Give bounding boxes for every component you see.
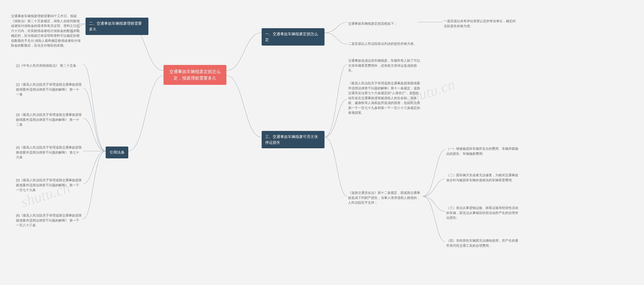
leaf-ref-3: [3]《最高人民法院关于审理道路交通事故损害赔偿案件适用法律若干问题的解释》 第… [15,111,83,129]
leaf-ref-4: [4]《最高人民法院关于审理道路交通事故损害赔偿案件适用法律若干问题的解释》 第… [15,144,83,161]
leaf-section3-p3: 《道路交通安全法》第十二条规定，因道路交通事故造成下列财产损失，当事人请求侵权人… [347,189,423,207]
leaf-ref-6: [6]《最高人民法院关于审理道路交通事故损害赔偿案件适用法律若干问题的解释》 第… [15,211,83,229]
leaf-section2-body: 交通事故车辆报废理赔需要60个工作日。根据《保险法》第二十五条规定，保险人自收到… [10,12,83,50]
branch-section-1: 一、交通事故车辆报废定损怎么定 [262,28,325,46]
leaf-section1-sub2: 二是应该以人民法院依法判决的损失价格为准。 [347,40,423,48]
leaf-section3-p3d: （四）非经营性车辆因无法继续使用，所产生的通常替代性交通工具的合理费用。 [445,237,521,250]
branch-section-2: 二、交通事故车辆报废理赔需要多久 [86,18,148,35]
leaf-ref-2: [2]《最高人民法院关于审理道路交通事故损害赔偿案件适用法律若干问题的解释》 第… [15,81,83,98]
leaf-section3-p2: 《最高人民法院关于审理道路交通事故损害赔偿案件适用法律若干问题的解释》第十一条规… [347,79,423,117]
leaf-ref-1: [1]《中华人民共和国保险法》 第二十五条 [15,62,83,70]
leaf-ref-5: [5]《最高人民法院关于审理道路交通事故损害赔偿案件适用法律若干问题的解释》 第… [15,176,83,194]
root-node: 交通事故车辆报废定损怎么定，报废理赔需要多久 [164,65,226,85]
leaf-section3-p1: 交通事故造成运营车辆报废，车辆所有人除了可以主张车辆重置费用外，还有权主张停运造… [347,57,423,75]
branch-section-3: 三、交通事故车辆报废可否主张停运损失 [262,131,325,148]
leaf-section1-sub1: 一是应该以具有评估资质认定的专业单位，确定的实际损失价格为准; [443,17,518,30]
leaf-section1-intro: 交通事故车辆报废定损流程如下： [347,20,415,28]
leaf-section3-p3c: （三）依法从事货物运输、旅客运输等经营性活动的车辆，因无法从事相应经营活动所产生… [445,204,521,222]
branch-refs: 引用法条 [106,147,128,158]
leaf-section3-p3a: （一）维修被损坏车辆所支出的费用、车辆所载物品的损失、车辆施救费用; [445,145,521,158]
leaf-section3-p3b: （二）因车辆灭失或者无法修复，为购买交通事故发生时与被损坏车辆价值相当的车辆重置… [445,171,521,184]
